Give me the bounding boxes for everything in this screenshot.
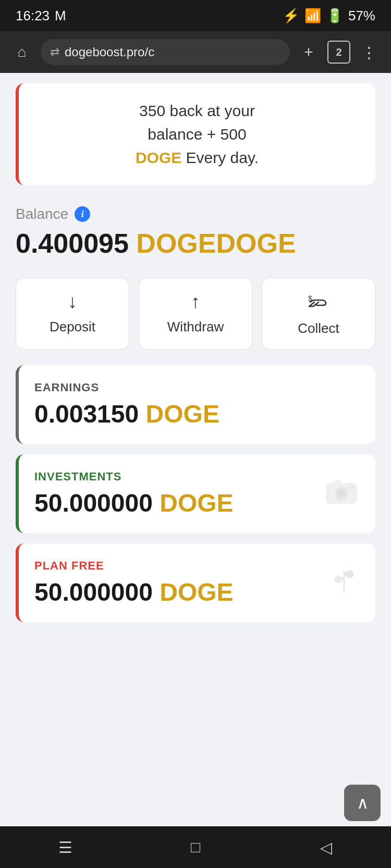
bottom-nav-bar: ☰ □ ◁ bbox=[0, 826, 391, 868]
plant-icon bbox=[328, 561, 360, 605]
earnings-doge-label: DOGE bbox=[146, 400, 219, 428]
battery-icon: 🔋 bbox=[326, 8, 343, 24]
planfree-doge-label: DOGE bbox=[160, 578, 233, 606]
bluetooth-icon: ⚡ bbox=[283, 8, 299, 24]
tabs-button[interactable]: 2 bbox=[327, 41, 350, 64]
promo-text3: Every day. bbox=[181, 149, 259, 166]
menu-button[interactable]: ⋮ bbox=[358, 41, 381, 64]
balance-doge-text: DOGE bbox=[216, 228, 296, 258]
investments-card-label: INVESTMENTS bbox=[34, 470, 360, 483]
home-icon: ⌂ bbox=[18, 44, 27, 60]
balance-doge-label: DOGE bbox=[136, 228, 216, 258]
square-icon: □ bbox=[191, 838, 200, 856]
deposit-button[interactable]: ↓ Deposit bbox=[16, 278, 129, 350]
planfree-card-label: PLAN FREE bbox=[34, 559, 360, 573]
investments-doge-label: DOGE bbox=[160, 489, 233, 517]
nav-home-button[interactable]: □ bbox=[175, 832, 216, 863]
status-carrier: M bbox=[55, 8, 66, 24]
status-bar: 16:23 M ⚡ 📶 🔋 57% bbox=[0, 0, 391, 31]
new-tab-button[interactable]: + bbox=[297, 41, 320, 64]
earnings-card-label: EARNINGS bbox=[34, 381, 360, 394]
status-time: 16:23 bbox=[16, 8, 50, 24]
svg-point-5 bbox=[350, 485, 354, 489]
url-icon: ⇄ bbox=[50, 45, 59, 59]
promo-text2: balance + 500 bbox=[148, 126, 246, 143]
address-bar[interactable]: ⇄ dogeboost.pro/c bbox=[41, 39, 290, 65]
balance-section: Balance i 0.400095 DOGEDOGE bbox=[0, 190, 391, 267]
browser-bar: ⌂ ⇄ dogeboost.pro/c + 2 ⋮ bbox=[0, 31, 391, 73]
camera-icon bbox=[323, 473, 360, 515]
investments-card: INVESTMENTS 50.000000 DOGE bbox=[16, 454, 375, 533]
url-text: dogeboost.pro/c bbox=[65, 45, 154, 59]
action-buttons: ↓ Deposit ↑ Withdraw $ Collect bbox=[0, 267, 391, 365]
planfree-card: PLAN FREE 50.000000 DOGE bbox=[16, 543, 375, 622]
scroll-top-button[interactable]: ∧ bbox=[344, 785, 381, 821]
plus-icon: + bbox=[304, 43, 313, 61]
battery-percent: 57% bbox=[348, 8, 375, 24]
promo-card: 350 back at your balance + 500 DOGE Ever… bbox=[16, 83, 375, 185]
nav-back-button[interactable]: ◁ bbox=[305, 832, 347, 863]
planfree-number: 50.000000 bbox=[34, 578, 153, 606]
earnings-card-amount: 0.003150 DOGE bbox=[34, 400, 360, 428]
balance-label-row: Balance i bbox=[16, 206, 375, 222]
planfree-card-amount: 50.000000 DOGE bbox=[34, 578, 360, 606]
collect-button[interactable]: $ Collect bbox=[262, 278, 375, 350]
promo-doge-word: DOGE bbox=[136, 149, 181, 166]
balance-info-icon[interactable]: i bbox=[75, 206, 90, 222]
page-content: 350 back at your balance + 500 DOGE Ever… bbox=[0, 83, 391, 685]
dots-icon: ⋮ bbox=[361, 43, 377, 61]
status-bar-right: ⚡ 📶 🔋 57% bbox=[283, 8, 375, 24]
deposit-label: Deposit bbox=[50, 319, 95, 335]
earnings-card: EARNINGS 0.003150 DOGE bbox=[16, 365, 375, 444]
svg-point-3 bbox=[338, 490, 345, 497]
withdraw-label: Withdraw bbox=[167, 319, 224, 335]
hamburger-icon: ☰ bbox=[58, 838, 72, 857]
svg-rect-4 bbox=[335, 480, 341, 485]
balance-number: 0.400095 bbox=[16, 228, 129, 258]
tabs-count: 2 bbox=[336, 46, 341, 58]
home-button[interactable]: ⌂ bbox=[10, 41, 33, 64]
balance-amount: 0.400095 DOGEDOGE bbox=[16, 228, 375, 259]
collect-label: Collect bbox=[298, 320, 339, 337]
investments-card-amount: 50.000000 DOGE bbox=[34, 489, 360, 517]
promo-text1: 350 back at your bbox=[139, 102, 255, 119]
deposit-icon: ↓ bbox=[68, 291, 77, 313]
withdraw-button[interactable]: ↑ Withdraw bbox=[139, 278, 252, 350]
nav-menu-button[interactable]: ☰ bbox=[44, 832, 86, 863]
back-icon: ◁ bbox=[320, 838, 332, 857]
withdraw-icon: ↑ bbox=[191, 291, 200, 313]
earnings-number: 0.003150 bbox=[34, 400, 139, 428]
balance-label: Balance bbox=[16, 206, 68, 222]
investments-number: 50.000000 bbox=[34, 489, 153, 517]
collect-icon: $ bbox=[308, 291, 329, 314]
status-bar-left: 16:23 M bbox=[16, 8, 66, 24]
chevron-up-icon: ∧ bbox=[357, 793, 369, 813]
signal-icon: 📶 bbox=[304, 8, 321, 24]
